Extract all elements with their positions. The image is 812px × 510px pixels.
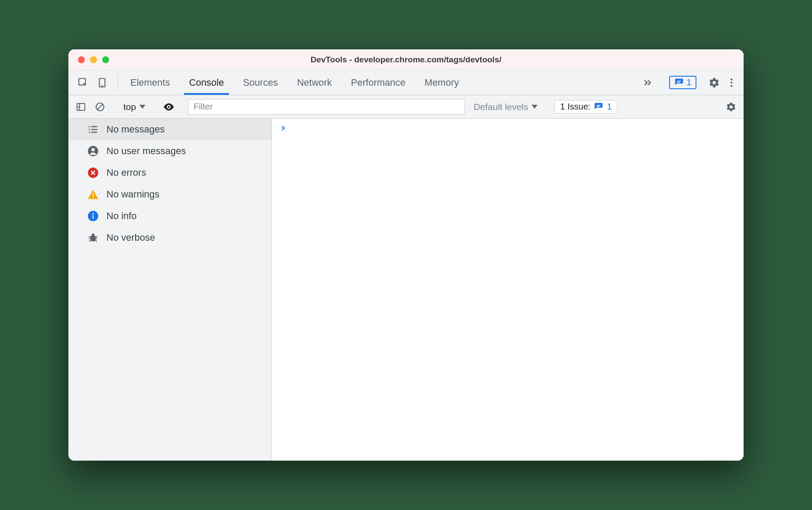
- sidebar-item-label: No user messages: [106, 145, 186, 157]
- divider: [118, 74, 118, 90]
- tab-console[interactable]: Console: [180, 70, 234, 95]
- chat-icon: [594, 102, 603, 112]
- badge-count: 1: [686, 77, 691, 87]
- levels-label: Default levels: [474, 102, 528, 112]
- sidebar-item-warnings[interactable]: No warnings: [68, 184, 271, 205]
- context-label: top: [123, 102, 136, 112]
- console-toolbar: top Default levels 1 Issue: 1: [68, 95, 744, 119]
- maximize-window-button[interactable]: [102, 56, 109, 63]
- tab-elements[interactable]: Elements: [121, 70, 180, 95]
- sidebar-item-user-messages[interactable]: No user messages: [68, 140, 271, 162]
- svg-point-4: [731, 81, 732, 83]
- svg-point-10: [168, 106, 170, 108]
- kebab-menu-icon[interactable]: [723, 74, 740, 91]
- warning-icon: [87, 189, 99, 200]
- sidebar-item-label: No info: [106, 210, 137, 222]
- traffic-lights: [68, 56, 109, 63]
- tab-sources[interactable]: Sources: [233, 70, 287, 95]
- panel-tabs: Elements Console Sources Network Perform…: [121, 70, 468, 95]
- live-expression-icon[interactable]: [161, 99, 177, 115]
- window-title: DevTools - developer.chrome.com/tags/dev…: [68, 55, 744, 65]
- bug-icon: [87, 232, 99, 243]
- console-settings-icon[interactable]: [723, 99, 739, 115]
- minimize-window-button[interactable]: [90, 56, 97, 63]
- error-icon: [87, 167, 99, 178]
- execution-context-selector[interactable]: top: [119, 102, 150, 112]
- main-tabbar: Elements Console Sources Network Perform…: [68, 70, 744, 95]
- sidebar-item-label: No errors: [106, 167, 146, 178]
- svg-line-28: [95, 236, 97, 237]
- tab-label: Elements: [130, 77, 170, 88]
- tab-label: Sources: [243, 77, 278, 88]
- chevron-down-icon: [532, 105, 538, 109]
- content-area: No messages No user messages No errors N…: [68, 119, 744, 461]
- svg-rect-6: [77, 103, 85, 110]
- tab-label: Console: [189, 77, 224, 88]
- sidebar-item-info[interactable]: No info: [68, 205, 271, 227]
- issues-badge[interactable]: 1: [669, 76, 696, 89]
- svg-point-3: [731, 78, 732, 80]
- settings-icon[interactable]: [706, 74, 723, 91]
- svg-line-31: [89, 240, 91, 241]
- svg-point-18: [91, 148, 95, 152]
- svg-point-24: [92, 213, 93, 214]
- devtools-window: DevTools - developer.chrome.com/tags/dev…: [68, 49, 744, 461]
- filter-input[interactable]: [188, 99, 465, 115]
- sidebar-item-errors[interactable]: No errors: [68, 162, 271, 184]
- svg-point-26: [92, 233, 95, 236]
- issues-counter[interactable]: 1 Issue: 1: [554, 100, 617, 113]
- issues-count: 1: [607, 102, 612, 112]
- close-window-button[interactable]: [78, 56, 85, 63]
- toggle-sidebar-icon[interactable]: [73, 99, 89, 115]
- svg-line-27: [89, 236, 90, 237]
- svg-rect-21: [93, 197, 93, 198]
- console-output[interactable]: [272, 119, 744, 461]
- chat-icon: [674, 78, 684, 87]
- inspect-element-icon[interactable]: [74, 74, 92, 91]
- svg-line-9: [97, 104, 103, 110]
- user-icon: [87, 145, 99, 157]
- chevron-down-icon: [139, 105, 145, 109]
- list-icon: [87, 124, 99, 135]
- issues-label: 1 Issue:: [560, 102, 590, 112]
- log-levels-selector[interactable]: Default levels: [467, 102, 544, 112]
- tab-network[interactable]: Network: [287, 70, 342, 95]
- svg-rect-20: [93, 193, 93, 197]
- tab-performance[interactable]: Performance: [342, 70, 415, 95]
- svg-point-14: [89, 126, 90, 127]
- clear-console-icon[interactable]: [92, 99, 108, 115]
- svg-point-5: [731, 85, 732, 87]
- tab-label: Memory: [425, 77, 459, 88]
- sidebar-item-label: No verbose: [106, 232, 155, 243]
- svg-point-15: [89, 129, 90, 130]
- tab-memory[interactable]: Memory: [415, 70, 468, 95]
- device-toolbar-icon[interactable]: [93, 74, 111, 91]
- console-prompt-icon: [280, 123, 287, 134]
- sidebar-item-messages[interactable]: No messages: [68, 119, 271, 140]
- tab-label: Performance: [351, 77, 406, 88]
- console-sidebar: No messages No user messages No errors N…: [68, 119, 272, 461]
- titlebar: DevTools - developer.chrome.com/tags/dev…: [68, 49, 744, 70]
- svg-rect-23: [93, 215, 93, 219]
- info-icon: [87, 210, 99, 222]
- sidebar-item-label: No warnings: [106, 189, 159, 200]
- sidebar-item-label: No messages: [106, 124, 165, 135]
- more-tabs-icon[interactable]: [635, 77, 660, 88]
- sidebar-item-verbose[interactable]: No verbose: [68, 227, 271, 249]
- tab-label: Network: [297, 77, 332, 88]
- svg-line-32: [95, 240, 97, 241]
- svg-point-16: [89, 132, 90, 133]
